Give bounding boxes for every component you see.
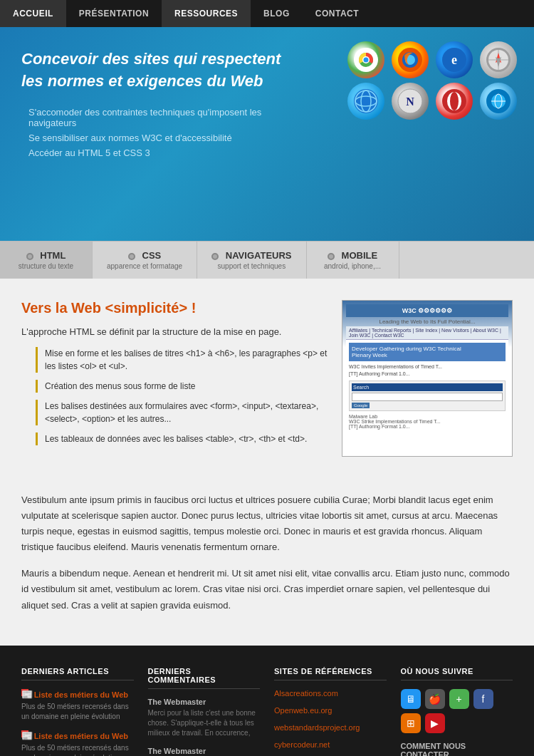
footer-col-social: OÙ NOUS SUIVRE 🖥 🍎 + f ⊞ ▶ COMMENT NOUS … — [401, 667, 513, 756]
nav-accueil[interactable]: ACCUEIL — [0, 0, 66, 27]
footer-comment-2: The Webmaster Merci pour la liste c'est … — [148, 747, 261, 756]
hero-section: Concevoir des sites qui respectent les n… — [0, 27, 534, 241]
hero-title: Concevoir des sites qui respectent les n… — [21, 48, 292, 93]
nav-blog[interactable]: BLOG — [251, 0, 303, 27]
tab-radio-css — [128, 253, 135, 260]
body-paragraph-2: Mauris a bibendum neque. Aenean et hendr… — [21, 566, 513, 613]
browser-icons: e N — [347, 41, 520, 120]
nav-ressources[interactable]: RESSOURCES — [162, 0, 251, 27]
site-link-3[interactable]: webstandardsproject.org — [274, 723, 387, 732]
main-title: Vers la Web <simplicité> ! — [21, 300, 328, 316]
feature-item-1: Mise en forme et les balises de titres <… — [36, 347, 328, 373]
tab-html-label: HTML — [40, 250, 66, 261]
netscape-icon: N — [392, 83, 429, 120]
footer-article-2: 📰 Liste des métiers du Web Plus de 50 mé… — [21, 730, 134, 756]
nav-presentation[interactable]: PRÉSENTATION — [66, 0, 162, 27]
nav-contact[interactable]: CONTACT — [303, 0, 372, 27]
svg-point-15 — [354, 89, 378, 113]
footer-comment-1: The Webmaster Merci pour la liste c'est … — [148, 698, 261, 738]
w3c-header: W3C ⚙⚙⚙⚙⚙⚙ — [346, 304, 508, 317]
svg-point-24 — [450, 92, 459, 110]
tab-nav-label: NAVIGATEURS — [226, 250, 292, 261]
footer-contact-label: COMMENT NOUS CONTACTER — [401, 742, 513, 756]
w3c-nav: Affiliates | Technical Reports | Site In… — [346, 326, 508, 340]
tab-css-sub: apparence et formatage — [107, 262, 182, 270]
ie-icon: e — [436, 41, 473, 78]
tab-css[interactable]: CSS apparence et formatage — [93, 242, 197, 279]
svg-text:e: e — [451, 53, 457, 67]
tab-mobile-sub: android, iphone,... — [321, 262, 384, 270]
social-plus[interactable]: + — [449, 689, 469, 709]
chrome-icon — [347, 41, 384, 78]
tab-radio-mobile — [328, 253, 335, 260]
w3c-body: Developer Gathering during W3C Technical… — [346, 340, 508, 452]
site-link-2[interactable]: Openweb.eu.org — [274, 706, 387, 715]
safari-icon — [480, 41, 517, 78]
commenter-2: The Webmaster — [148, 747, 261, 755]
tab-nav-sub: support et techniques — [211, 262, 291, 270]
hero-bullet-1: S'accomoder des contraintes techniques q… — [21, 107, 292, 128]
opera-icon — [436, 83, 473, 120]
footer-articles-heading: DERNIERS ARTICLES — [21, 667, 134, 680]
feature-item-3: Les balises destinées aux formulaires av… — [36, 400, 328, 425]
body-text-section: Vestibulum ante ipsum primis in faucibus… — [0, 478, 534, 646]
hero-bullet-2: Se sensibiliser aux normes W3C et d'acce… — [21, 133, 292, 143]
footer-sites-heading: SITES DE RÉFÉRENCES — [274, 667, 387, 680]
article-desc-2: Plus de 50 métiers recensés dans un doma… — [21, 743, 134, 756]
main-content: Vers la Web <simplicité> ! L'approche HT… — [0, 279, 534, 478]
social-icons-container: 🖥 🍎 + f ⊞ ▶ — [401, 689, 513, 733]
content-tabs: HTML structure du texte CSS apparence et… — [0, 241, 534, 279]
world-icon — [480, 83, 517, 120]
social-windows[interactable]: 🖥 — [401, 689, 421, 709]
tab-html-sub: structure du texte — [14, 262, 78, 270]
tab-navigateurs[interactable]: NAVIGATEURS support et techniques — [197, 242, 306, 279]
social-youtube[interactable]: ▶ — [425, 713, 445, 733]
footer-col-comments: DERNIERS COMMENTAIRES The Webmaster Merc… — [148, 667, 261, 756]
article-title-2[interactable]: Liste des métiers du Web — [34, 732, 128, 740]
content-left: Vers la Web <simplicité> ! L'approche HT… — [21, 300, 328, 457]
tab-css-label: CSS — [142, 250, 162, 261]
tab-mobile[interactable]: MOBILE android, iphone,... — [307, 242, 399, 279]
body-paragraph-1: Vestibulum ante ipsum primis in faucibus… — [21, 492, 513, 555]
article-icon-1: 📰 — [21, 689, 28, 696]
footer: DERNIERS ARTICLES 📰 Liste des métiers du… — [0, 646, 534, 756]
article-desc-1: Plus de 50 métiers recensés dans un doma… — [21, 702, 134, 722]
w3c-screenshot: W3C ⚙⚙⚙⚙⚙⚙ Leading the Web to Its Full P… — [342, 300, 513, 457]
feature-list: Mise en forme et les balises de titres <… — [36, 347, 328, 445]
globe-icon — [347, 83, 384, 120]
footer-social-heading: OÙ NOUS SUIVRE — [401, 667, 513, 680]
firefox-icon — [392, 41, 429, 78]
footer-col-sites: SITES DE RÉFÉRENCES Alsacreations.com Op… — [274, 667, 387, 756]
hero-bullet-3: Accéder au HTML 5 et CSS 3 — [21, 147, 292, 158]
feature-item-4: Les tableaux de données avec les balises… — [36, 433, 328, 445]
footer-comments-heading: DERNIERS COMMENTAIRES — [148, 667, 261, 689]
footer-col-articles: DERNIERS ARTICLES 📰 Liste des métiers du… — [21, 667, 134, 756]
tab-radio-html — [26, 253, 33, 260]
social-mac[interactable]: 🍎 — [425, 689, 445, 709]
social-rss[interactable]: ⊞ — [401, 713, 421, 733]
article-icon-2: 📰 — [21, 730, 28, 737]
comment-text-1: Merci pour la liste c'est une bonne chos… — [148, 708, 261, 738]
svg-point-3 — [364, 58, 369, 63]
social-facebook[interactable]: f — [473, 689, 493, 709]
tab-html[interactable]: HTML structure du texte — [0, 242, 93, 279]
site-link-4[interactable]: cybercodeur.net — [274, 740, 387, 749]
article-title-1[interactable]: Liste des métiers du Web — [34, 690, 128, 699]
commenter-1: The Webmaster — [148, 698, 261, 706]
tab-radio-navigateurs — [211, 253, 219, 260]
feature-item-2: Création des menus sous forme de liste — [36, 380, 328, 393]
footer-article-1: 📰 Liste des métiers du Web Plus de 50 mé… — [21, 689, 134, 722]
hero-bullets: S'accomoder des contraintes techniques q… — [21, 107, 292, 158]
site-link-1[interactable]: Alsacreations.com — [274, 689, 387, 698]
w3c-sub: Leading the Web to Its Full Potential... — [346, 317, 508, 326]
tab-mobile-label: MOBILE — [342, 250, 378, 261]
main-nav: ACCUEIL PRÉSENTATION RESSOURCES BLOG CON… — [0, 0, 534, 27]
content-right: W3C ⚙⚙⚙⚙⚙⚙ Leading the Web to Its Full P… — [342, 300, 513, 457]
main-intro: L'approche HTML se définit par la struct… — [21, 325, 328, 340]
svg-text:N: N — [406, 95, 414, 108]
